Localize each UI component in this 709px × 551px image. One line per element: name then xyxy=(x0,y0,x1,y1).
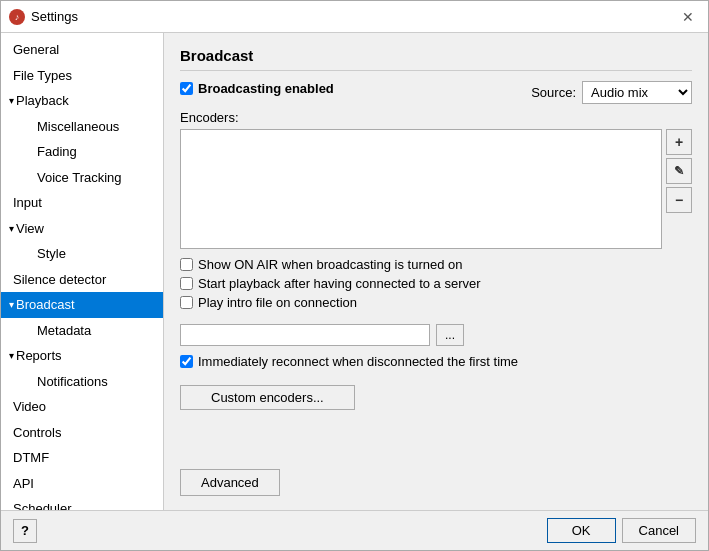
custom-encoders-button[interactable]: Custom encoders... xyxy=(180,385,355,410)
source-row: Source: Audio mix Master mix Custom xyxy=(531,81,692,104)
reconnect-row: Immediately reconnect when disconnected … xyxy=(180,354,692,369)
app-icon: ♪ xyxy=(9,9,25,25)
start-playback-text: Start playback after having connected to… xyxy=(198,276,481,291)
broadcasting-enabled-checkbox[interactable] xyxy=(180,82,193,95)
sidebar-item-metadata-label: Metadata xyxy=(37,321,91,341)
sidebar-item-broadcast-label: Broadcast xyxy=(16,295,75,315)
sidebar-item-controls-label: Controls xyxy=(13,423,61,443)
broadcasting-enabled-label[interactable]: Broadcasting enabled xyxy=(180,81,334,96)
sidebar-item-input-label: Input xyxy=(13,193,42,213)
sidebar-item-controls[interactable]: Controls xyxy=(1,420,163,446)
broadcasting-enabled-text: Broadcasting enabled xyxy=(198,81,334,96)
reconnect-checkbox[interactable] xyxy=(180,355,193,368)
plus-icon: + xyxy=(675,134,683,150)
sidebar-item-video-label: Video xyxy=(13,397,46,417)
sidebar-item-fading-label: Fading xyxy=(37,142,77,162)
source-label: Source: xyxy=(531,85,576,100)
cancel-button[interactable]: Cancel xyxy=(622,518,696,543)
close-button[interactable]: ✕ xyxy=(676,7,700,27)
window-title: Settings xyxy=(31,9,78,24)
sidebar-item-scheduler[interactable]: Scheduler xyxy=(1,496,163,510)
footer-buttons: OK Cancel xyxy=(547,518,696,543)
show-on-air-text: Show ON AIR when broadcasting is turned … xyxy=(198,257,462,272)
encoders-list xyxy=(180,129,662,249)
play-intro-label[interactable]: Play intro file on connection xyxy=(180,295,692,310)
help-button[interactable]: ? xyxy=(13,519,37,543)
sidebar-item-notifications[interactable]: Notifications xyxy=(1,369,163,395)
sidebar-item-dtmf-label: DTMF xyxy=(13,448,49,468)
sidebar-item-broadcast[interactable]: ▾ Broadcast xyxy=(1,292,163,318)
playback-chevron: ▾ xyxy=(9,93,14,108)
play-intro-row: Play intro file on connection xyxy=(180,295,692,310)
reconnect-text: Immediately reconnect when disconnected … xyxy=(198,354,518,369)
advanced-section: Advanced xyxy=(180,459,692,496)
settings-window: ♪ Settings ✕ General File Types ▾ Playba… xyxy=(0,0,709,551)
intro-file-row: ... xyxy=(180,324,692,346)
show-on-air-checkbox[interactable] xyxy=(180,258,193,271)
sidebar-item-general-label: General xyxy=(13,40,59,60)
sidebar-item-video[interactable]: Video xyxy=(1,394,163,420)
custom-encoders-row: Custom encoders... xyxy=(180,381,692,418)
sidebar-item-style-label: Style xyxy=(37,244,66,264)
options-section: Show ON AIR when broadcasting is turned … xyxy=(180,257,692,314)
reports-chevron: ▾ xyxy=(9,348,14,363)
sidebar-item-api-label: API xyxy=(13,474,34,494)
sidebar-item-fading[interactable]: Fading xyxy=(1,139,163,165)
content-area: General File Types ▾ Playback Miscellane… xyxy=(1,33,708,510)
encoders-buttons: + ✎ − xyxy=(666,129,692,249)
title-bar: ♪ Settings ✕ xyxy=(1,1,708,33)
start-playback-checkbox[interactable] xyxy=(180,277,193,290)
sidebar-item-miscellaneous[interactable]: Miscellaneous xyxy=(1,114,163,140)
footer: ? OK Cancel xyxy=(1,510,708,550)
reconnect-label[interactable]: Immediately reconnect when disconnected … xyxy=(180,354,692,369)
sidebar-item-input[interactable]: Input xyxy=(1,190,163,216)
add-encoder-button[interactable]: + xyxy=(666,129,692,155)
sidebar-item-reports[interactable]: ▾ Reports xyxy=(1,343,163,369)
sidebar-item-playback-label: Playback xyxy=(16,91,69,111)
advanced-button[interactable]: Advanced xyxy=(180,469,280,496)
encoders-label: Encoders: xyxy=(180,110,692,125)
sidebar-item-reports-label: Reports xyxy=(16,346,62,366)
sidebar-item-file-types[interactable]: File Types xyxy=(1,63,163,89)
start-playback-row: Start playback after having connected to… xyxy=(180,276,692,291)
play-intro-text: Play intro file on connection xyxy=(198,295,357,310)
sidebar-item-voice-tracking[interactable]: Voice Tracking xyxy=(1,165,163,191)
broadcast-chevron: ▾ xyxy=(9,297,14,312)
sidebar-item-dtmf[interactable]: DTMF xyxy=(1,445,163,471)
sidebar-item-playback[interactable]: ▾ Playback xyxy=(1,88,163,114)
browse-button[interactable]: ... xyxy=(436,324,464,346)
broadcasting-source-row: Broadcasting enabled Source: Audio mix M… xyxy=(180,81,692,104)
start-playback-label[interactable]: Start playback after having connected to… xyxy=(180,276,692,291)
ok-button[interactable]: OK xyxy=(547,518,616,543)
intro-file-input[interactable] xyxy=(180,324,430,346)
sidebar-item-view-label: View xyxy=(16,219,44,239)
encoders-area: + ✎ − xyxy=(180,129,692,249)
main-panel: Broadcast Broadcasting enabled Source: A… xyxy=(164,33,708,510)
sidebar-item-style[interactable]: Style xyxy=(1,241,163,267)
source-select[interactable]: Audio mix Master mix Custom xyxy=(582,81,692,104)
sidebar-item-notifications-label: Notifications xyxy=(37,372,108,392)
minus-icon: − xyxy=(675,192,683,208)
section-title: Broadcast xyxy=(180,47,692,71)
sidebar-item-silence-detector[interactable]: Silence detector xyxy=(1,267,163,293)
sidebar-item-view[interactable]: ▾ View xyxy=(1,216,163,242)
view-chevron: ▾ xyxy=(9,221,14,236)
sidebar-item-voice-tracking-label: Voice Tracking xyxy=(37,168,122,188)
sidebar-item-api[interactable]: API xyxy=(1,471,163,497)
show-on-air-row: Show ON AIR when broadcasting is turned … xyxy=(180,257,692,272)
sidebar-item-misc-label: Miscellaneous xyxy=(37,117,119,137)
sidebar: General File Types ▾ Playback Miscellane… xyxy=(1,33,164,510)
sidebar-item-file-types-label: File Types xyxy=(13,66,72,86)
edit-encoder-button[interactable]: ✎ xyxy=(666,158,692,184)
sidebar-item-silence-label: Silence detector xyxy=(13,270,106,290)
edit-icon: ✎ xyxy=(674,164,684,178)
sidebar-item-scheduler-label: Scheduler xyxy=(13,499,72,510)
title-bar-left: ♪ Settings xyxy=(9,9,78,25)
remove-encoder-button[interactable]: − xyxy=(666,187,692,213)
show-on-air-label[interactable]: Show ON AIR when broadcasting is turned … xyxy=(180,257,692,272)
sidebar-item-general[interactable]: General xyxy=(1,37,163,63)
sidebar-item-metadata[interactable]: Metadata xyxy=(1,318,163,344)
play-intro-checkbox[interactable] xyxy=(180,296,193,309)
